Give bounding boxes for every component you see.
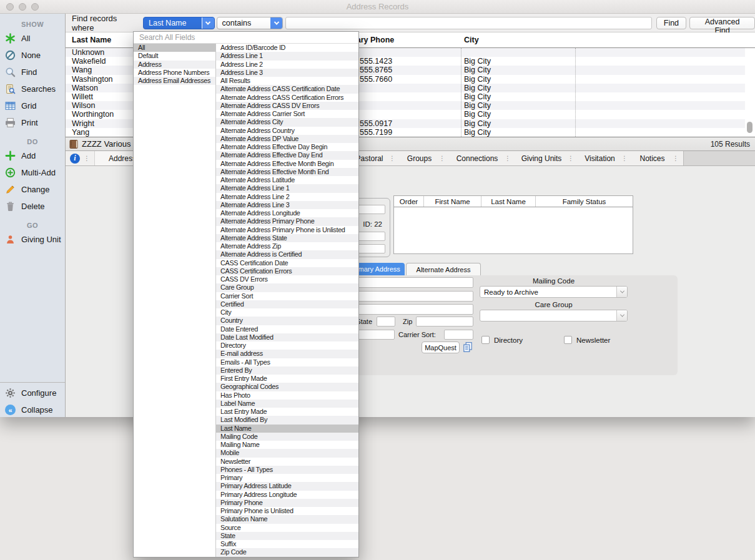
dropdown-field-option[interactable]: Primary Address Longitude <box>216 491 358 499</box>
sidebar-item-find[interactable]: Find <box>0 64 65 81</box>
address-line-1-input[interactable] <box>350 277 473 288</box>
members-col-family-status[interactable]: Family Status <box>536 196 633 207</box>
chevron-down-icon[interactable] <box>616 287 627 297</box>
record-tab[interactable]: Groups ⋮ <box>400 151 450 165</box>
record-tab[interactable]: Notices ⋮ <box>632 151 683 165</box>
dropdown-field-option[interactable]: Alternate Address Latitude <box>216 176 358 184</box>
members-col-order[interactable]: Order <box>394 196 424 207</box>
dropdown-field-option[interactable]: Directory <box>216 341 358 350</box>
dropdown-field-option[interactable]: Alternate Address Primary Phone <box>216 217 358 225</box>
sidebar-item-collapse[interactable]: « Collapse <box>0 401 65 418</box>
address-line-2-input[interactable] <box>350 291 473 302</box>
care-group-combo[interactable] <box>480 310 628 322</box>
mapquest-button[interactable]: MapQuest <box>422 341 460 353</box>
dropdown-field-option[interactable]: Address ID/Barcode ID <box>216 44 358 52</box>
dropdown-field-option[interactable]: Country <box>216 317 358 325</box>
city-input[interactable] <box>350 304 473 315</box>
sidebar-item-add[interactable]: Add <box>0 147 65 164</box>
tab-options-dots-icon[interactable]: ⋮ <box>439 155 450 162</box>
members-col-first-name[interactable]: First Name <box>424 196 481 207</box>
carrier-sort-input[interactable] <box>444 330 473 340</box>
dropdown-field-option[interactable]: Alternate Address Effective Day Begin <box>216 143 358 151</box>
dropdown-field-option[interactable]: Date Entered <box>216 325 358 333</box>
tab-options-dots-icon[interactable]: ⋮ <box>673 155 683 162</box>
dropdown-field-option[interactable]: Alternate Address CASS Certification Dat… <box>216 85 358 93</box>
dropdown-field-option[interactable]: Salutation Name <box>216 515 358 523</box>
dropdown-field-option[interactable]: Alternate Address Carrier Sort <box>216 110 358 118</box>
state-input[interactable] <box>377 317 395 327</box>
dropdown-field-option[interactable]: CASS Certification Errors <box>216 267 358 275</box>
dropdown-field-option[interactable]: Alternate Address DP Value <box>216 135 358 143</box>
dropdown-field-option[interactable]: First Entry Made <box>216 375 358 383</box>
dropdown-field-option[interactable]: Last Modified By <box>216 416 358 424</box>
sidebar-item-print[interactable]: Print <box>0 114 65 131</box>
dropdown-field-option[interactable]: Emails - All Types <box>216 358 358 366</box>
dropdown-field-option[interactable]: Alternate Address Effective Month Begin <box>216 160 358 168</box>
dropdown-field-option[interactable]: Primary <box>216 474 358 482</box>
record-tab[interactable]: Connections ⋮ <box>450 151 515 165</box>
field-selector-combo[interactable]: Last Name <box>143 17 215 29</box>
column-header-city[interactable]: City <box>464 32 479 48</box>
dropdown-field-option[interactable]: State <box>216 532 358 540</box>
info-tab[interactable]: i ⋮ <box>66 151 95 165</box>
dropdown-field-option[interactable]: Date Last Modified <box>216 333 358 341</box>
dropdown-field-option[interactable]: Last Name <box>216 425 358 433</box>
dropdown-field-option[interactable]: CASS Certification Date <box>216 259 358 267</box>
sidebar-item-grid[interactable]: Grid <box>0 97 65 114</box>
column-header-last-name[interactable]: Last Name <box>72 32 111 48</box>
dropdown-field-option[interactable]: Label Name <box>216 400 358 408</box>
sidebar-item-configure[interactable]: Configure <box>0 385 65 401</box>
copy-address-icon[interactable] <box>462 341 473 353</box>
members-table[interactable]: Order First Name Last Name Family Status <box>393 195 633 254</box>
dropdown-field-option[interactable]: City <box>216 308 358 317</box>
record-tab[interactable]: Visitation ⋮ <box>578 151 632 165</box>
dropdown-field-option[interactable]: Alternate Address CASS Certification Err… <box>216 94 358 102</box>
tab-options-dots-icon[interactable]: ⋮ <box>389 155 400 162</box>
chevron-down-icon[interactable] <box>270 17 282 29</box>
dropdown-field-option[interactable]: Primary Phone is Unlisted <box>216 507 358 515</box>
chevron-down-icon[interactable] <box>202 17 214 29</box>
dropdown-field-option[interactable]: E-mail address <box>216 350 358 358</box>
dropdown-field-option[interactable]: All Results <box>216 77 358 85</box>
dropdown-field-option[interactable]: Has Photo <box>216 391 358 400</box>
dropdown-field-option[interactable]: Entered By <box>216 366 358 375</box>
sidebar-item-giving-unit[interactable]: Giving Unit <box>0 231 65 248</box>
zip-input[interactable] <box>416 317 473 327</box>
mailing-code-combo[interactable]: Ready to Archive <box>480 286 628 298</box>
dropdown-category[interactable]: Default <box>134 52 215 60</box>
members-col-last-name[interactable]: Last Name <box>481 196 536 207</box>
dropdown-category[interactable]: Address Phone Numbers <box>134 69 215 77</box>
dropdown-field-option[interactable]: Primary Phone <box>216 499 358 507</box>
dropdown-field-option[interactable]: Last Entry Made <box>216 408 358 416</box>
dropdown-field-option[interactable]: Source <box>216 524 358 532</box>
sidebar-item-multi-add[interactable]: Multi-Add <box>0 164 65 181</box>
tab-alternate-address[interactable]: Alternate Address <box>406 263 481 275</box>
dropdown-field-option[interactable]: Alternate Address City <box>216 118 358 126</box>
dropdown-field-option[interactable]: Alternate Address is Certified <box>216 250 358 258</box>
tab-options-dots-icon[interactable]: ⋮ <box>568 155 578 162</box>
tab-options-dots-icon[interactable]: ⋮ <box>621 155 632 162</box>
dropdown-field-option[interactable]: Carrier Sort <box>216 292 358 300</box>
tab-options-dots-icon[interactable]: ⋮ <box>84 155 90 162</box>
dropdown-field-option[interactable]: Alternate Address Effective Month End <box>216 168 358 176</box>
dropdown-category[interactable]: Address <box>134 61 215 69</box>
dropdown-field-option[interactable]: Alternate Address Zip <box>216 242 358 250</box>
sidebar-item-all[interactable]: All <box>0 30 65 47</box>
dropdown-field-option[interactable]: Alternate Address Line 1 <box>216 184 358 192</box>
sidebar-item-searches[interactable]: Searches <box>0 81 65 97</box>
dropdown-field-option[interactable]: Address Line 2 <box>216 61 358 69</box>
vertical-scrollbar-thumb[interactable] <box>747 122 753 133</box>
find-button[interactable]: Find <box>656 17 686 29</box>
dropdown-field-option[interactable]: Mailing Name <box>216 441 358 449</box>
dropdown-field-option[interactable]: Address Line 3 <box>216 69 358 77</box>
dropdown-field-option[interactable]: Care Group <box>216 283 358 292</box>
dropdown-field-option[interactable]: Newsletter <box>216 458 358 466</box>
dropdown-field-option[interactable]: Alternate Address Primary Phone is Unlis… <box>216 226 358 234</box>
operator-selector-combo[interactable]: contains <box>217 17 284 29</box>
dropdown-category[interactable]: All <box>134 44 215 52</box>
chevron-down-icon[interactable] <box>616 310 627 321</box>
advanced-find-button[interactable]: Advanced Find <box>689 17 755 29</box>
directory-checkbox[interactable] <box>481 336 490 344</box>
dropdown-field-option[interactable]: CASS DV Errors <box>216 275 358 283</box>
dropdown-field-option[interactable]: Alternate Address State <box>216 234 358 242</box>
